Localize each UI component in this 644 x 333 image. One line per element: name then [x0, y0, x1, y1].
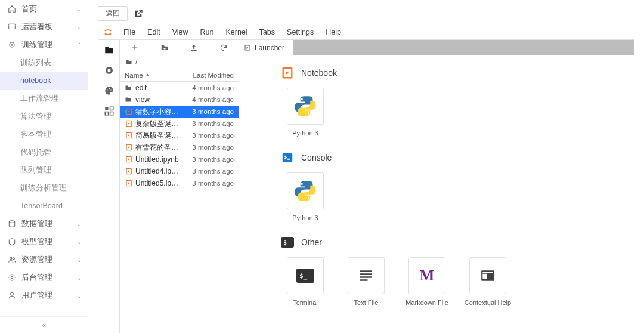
column-header-name[interactable]: Name	[120, 69, 184, 81]
tab-launcher[interactable]: Launcher	[239, 40, 293, 56]
launcher-card-python-3[interactable]: Python 3	[281, 172, 330, 221]
file-row[interactable]: view4 months ago	[120, 94, 239, 106]
sidebar-item[interactable]: 后台管理⌄	[0, 269, 88, 286]
sidebar-item[interactable]: 首页⌄	[0, 0, 88, 18]
svg-point-30	[301, 183, 303, 185]
sidebar-item[interactable]: 用户管理⌄	[0, 286, 88, 304]
svg-point-2	[11, 44, 13, 45]
tab-title: Launcher	[255, 44, 284, 52]
sidebar-item[interactable]: 数据管理⌄	[0, 215, 88, 233]
menu-edit[interactable]: Edit	[141, 26, 166, 39]
terminal-dark: $_	[281, 236, 294, 249]
notebook-icon	[123, 143, 133, 152]
menu-view[interactable]: View	[166, 26, 194, 39]
upload-button[interactable]	[187, 42, 201, 54]
file-row[interactable]: Untitled.ipynb3 months ago	[120, 153, 239, 165]
sidebar-subitem[interactable]: 工作流管理	[0, 90, 88, 107]
sidebar-item[interactable]: 资源管理⌄	[0, 251, 88, 269]
sidebar-subitem[interactable]: 脚本管理	[0, 125, 88, 143]
chevron-down-icon: ⌄	[77, 239, 82, 245]
card-label: Terminal	[293, 299, 318, 306]
activity-running[interactable]	[100, 61, 119, 81]
file-row[interactable]: 有雪花的圣…3 months ago	[120, 141, 239, 153]
notebook-icon	[123, 119, 133, 128]
file-name: 猜数字小游…	[135, 107, 184, 117]
sidebar-subitem[interactable]: 训练列表	[0, 54, 88, 72]
file-row[interactable]: edit4 months ago	[120, 82, 239, 94]
refresh-button[interactable]	[216, 42, 231, 54]
open-external-icon[interactable]	[134, 9, 143, 18]
python-icon	[287, 172, 324, 209]
file-modified: 3 months ago	[184, 180, 239, 187]
launcher-section: $_Other$_TerminalText FileMMarkdown File…	[281, 236, 634, 306]
folder-icon	[123, 84, 133, 92]
gear-icon	[7, 273, 17, 282]
svg-point-27	[301, 98, 303, 100]
folder-icon	[123, 95, 133, 104]
menu-run[interactable]: Run	[194, 26, 220, 39]
new-folder-button[interactable]	[157, 42, 172, 54]
svg-point-11	[109, 88, 110, 89]
activity-folder[interactable]	[100, 41, 119, 60]
file-row[interactable]: 简易版圣诞…3 months ago	[120, 130, 239, 141]
column-header-modified[interactable]: Last Modified	[184, 69, 239, 81]
sidebar-item[interactable]: 模型管理⌄	[0, 233, 88, 251]
running-icon	[104, 65, 114, 78]
back-button[interactable]: 返回	[98, 6, 128, 21]
activity-palette[interactable]	[100, 82, 119, 101]
menu-file[interactable]: File	[117, 26, 141, 39]
svg-point-3	[9, 221, 14, 223]
notebook-icon	[123, 155, 133, 164]
menu-help[interactable]: Help	[320, 26, 347, 39]
chevron-down-icon: ⌄	[77, 221, 82, 227]
file-name: view	[135, 95, 184, 104]
svg-rect-33	[482, 274, 487, 279]
sidebar-subitem[interactable]: TensorBoard	[0, 197, 88, 215]
sidebar-item[interactable]: 训练管理⌃	[0, 36, 88, 54]
sidebar-label: 首页	[21, 4, 37, 14]
menu-settings[interactable]: Settings	[281, 26, 320, 39]
terminal-icon: $_	[287, 257, 324, 294]
main-area: 返回 FileEditViewRunKernelTabsSettingsHelp	[88, 0, 644, 333]
notebook-icon	[123, 179, 133, 187]
menu-tabs[interactable]: Tabs	[253, 26, 281, 39]
file-modified: 3 months ago	[184, 156, 239, 163]
svg-point-4	[10, 257, 13, 260]
file-name: 简易版圣诞…	[135, 131, 184, 141]
collapse-sidebar-button[interactable]: «	[0, 316, 88, 333]
svg-point-12	[110, 89, 112, 90]
breadcrumb[interactable]: /	[120, 56, 239, 69]
jupyter-activity-bar	[98, 40, 120, 333]
file-row[interactable]: Untitled5.ip…3 months ago	[120, 177, 239, 189]
launcher-card-text-file[interactable]: Text File	[342, 257, 391, 306]
menu-kernel[interactable]: Kernel	[220, 26, 253, 39]
sidebar-subitem[interactable]: 训练分析管理	[0, 179, 88, 197]
user-icon	[7, 291, 17, 300]
file-list: edit4 months agoview4 months ago猜数字小游…3 …	[120, 82, 239, 333]
sidebar-subitem[interactable]: 算法管理	[0, 107, 88, 125]
svg-point-5	[13, 258, 14, 260]
launcher-card-python-3[interactable]: Python 3	[281, 88, 330, 137]
file-row[interactable]: Untitled4.ip…3 months ago	[120, 165, 239, 177]
svg-rect-29	[283, 153, 293, 162]
sidebar-subitem[interactable]: 代码托管	[0, 143, 88, 161]
launcher-section: ConsolePython 3	[281, 151, 634, 221]
svg-point-7	[11, 292, 14, 295]
file-row[interactable]: 猜数字小游…3 months ago	[120, 106, 239, 118]
sidebar-subitem[interactable]: 队列管理	[0, 161, 88, 179]
file-row[interactable]: 复杂版圣诞…3 months ago	[120, 118, 239, 130]
launcher-card-terminal[interactable]: $_Terminal	[281, 257, 330, 306]
new-launcher-button[interactable]	[128, 42, 142, 54]
jupyter-menubar: FileEditViewRunKernelTabsSettingsHelp	[98, 24, 634, 40]
card-label: Python 3	[292, 214, 318, 221]
file-modified: 3 months ago	[184, 132, 239, 139]
sidebar-label: 用户管理	[21, 290, 52, 301]
activity-extensions[interactable]	[100, 102, 119, 121]
section-title: Notebook	[301, 68, 337, 78]
svg-point-28	[308, 112, 309, 114]
launcher: NotebookPython 3ConsolePython 3$_Other$_…	[239, 56, 634, 333]
sidebar-subitem[interactable]: notebook	[0, 72, 88, 90]
launcher-card-contextual-help[interactable]: Contextual Help	[463, 257, 512, 306]
launcher-card-markdown-file[interactable]: MMarkdown File	[402, 257, 451, 306]
sidebar-item[interactable]: 运营看板⌄	[0, 18, 88, 36]
